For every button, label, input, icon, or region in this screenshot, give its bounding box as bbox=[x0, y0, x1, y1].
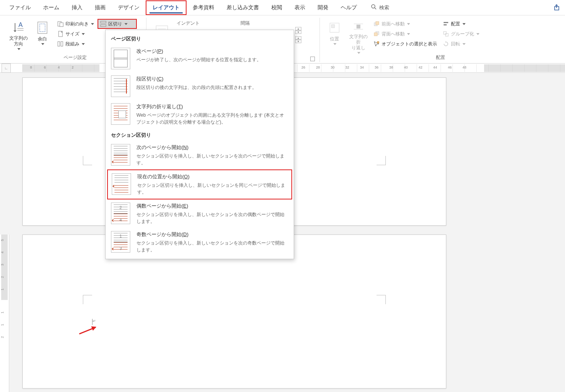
send-backward-icon bbox=[373, 30, 380, 37]
arrange-label: 配置 bbox=[324, 53, 557, 62]
breaks-button[interactable]: 区切り bbox=[98, 19, 136, 28]
indent-label: インデント bbox=[177, 20, 200, 27]
margins-icon bbox=[35, 21, 49, 35]
tab-mailings[interactable]: 差し込み文書 bbox=[220, 1, 265, 14]
menu-section-next-page[interactable]: 次のページから開始(N) セクション区切りを挿入し、新しいセクションを次のページ… bbox=[106, 141, 294, 169]
spacing-after-up[interactable]: ▲ bbox=[295, 36, 301, 40]
spacing-before-down[interactable]: ▼ bbox=[295, 30, 301, 34]
bring-forward-icon bbox=[373, 20, 380, 27]
tab-view[interactable]: 表示 bbox=[288, 1, 311, 14]
menu-section-even-page[interactable]: 2 4 偶数ページから開始(E) セクション区切りを挿入し、新しいセクションを次… bbox=[106, 199, 294, 228]
section-odd-page-icon: 1 3 bbox=[111, 231, 130, 253]
text-direction-icon: A bbox=[12, 21, 25, 34]
tab-insert[interactable]: 挿入 bbox=[66, 1, 89, 14]
tab-review[interactable]: 校閲 bbox=[265, 1, 288, 14]
text-wrap-break-icon bbox=[111, 103, 130, 125]
margin-marker bbox=[83, 156, 92, 165]
selection-pane-button[interactable]: オブジェクトの選択と表示 bbox=[372, 39, 439, 49]
arrange-group: 位置 文字列の折 り返し 前面へ移動 bbox=[320, 18, 561, 62]
chevron-down-icon bbox=[124, 23, 128, 25]
menu-page-break[interactable]: 改ページ(P) ページが終了し、次のページが開始する位置を指定します。 bbox=[106, 45, 294, 72]
align-button[interactable]: 配置 bbox=[441, 19, 481, 28]
breaks-icon bbox=[100, 20, 107, 27]
svg-text:A: A bbox=[18, 22, 23, 28]
svg-rect-13 bbox=[61, 42, 63, 46]
bring-forward-button[interactable]: 前面へ移動 bbox=[372, 19, 439, 28]
svg-rect-12 bbox=[58, 42, 60, 46]
margins-button[interactable]: 余白 bbox=[32, 19, 53, 50]
tab-developer[interactable]: 開発 bbox=[311, 1, 335, 14]
columns-button[interactable]: 段組み bbox=[55, 39, 96, 49]
section-even-page-icon: 2 4 bbox=[111, 203, 130, 224]
svg-rect-15 bbox=[101, 25, 106, 27]
tab-design[interactable]: デザイン bbox=[112, 1, 146, 14]
section-continuous-icon bbox=[112, 173, 131, 195]
dialog-launcher-icon[interactable] bbox=[310, 57, 315, 61]
page-breaks-header: ページ区切り bbox=[106, 32, 294, 45]
menu-section-odd-page[interactable]: 1 3 奇数ページから開始(D) セクション区切りを挿入し、新しいセクションを次… bbox=[106, 228, 294, 256]
share-icon[interactable] bbox=[553, 4, 561, 12]
rotate-icon bbox=[442, 40, 449, 47]
tab-file[interactable]: ファイル bbox=[3, 1, 37, 14]
section-next-page-icon bbox=[111, 144, 130, 166]
chevron-down-icon bbox=[82, 43, 85, 45]
group-icon bbox=[442, 30, 449, 37]
vertical-ruler[interactable]: 5 4 3 2 1 1 1 2 bbox=[0, 235, 9, 392]
chevron-down-icon bbox=[41, 43, 44, 45]
spacing-after-down[interactable]: ▼ bbox=[295, 40, 301, 43]
margin-marker bbox=[377, 295, 386, 304]
chevron-down-icon bbox=[17, 48, 20, 50]
send-backward-button[interactable]: 背面へ移動 bbox=[372, 29, 439, 39]
orientation-button[interactable]: 印刷の向き bbox=[55, 19, 96, 28]
wrap-button: 文字列の折 り返し bbox=[348, 19, 369, 50]
size-button[interactable]: サイズ bbox=[55, 29, 96, 39]
svg-rect-14 bbox=[101, 21, 106, 23]
position-icon bbox=[328, 21, 341, 35]
tab-references[interactable]: 参考資料 bbox=[187, 1, 220, 14]
rotate-button[interactable]: 回転 bbox=[441, 39, 481, 49]
column-break-icon bbox=[111, 75, 130, 97]
tab-layout[interactable]: レイアウト bbox=[146, 0, 187, 15]
svg-rect-32 bbox=[444, 32, 446, 34]
svg-rect-29 bbox=[377, 42, 379, 43]
search-icon bbox=[371, 4, 377, 11]
align-icon bbox=[442, 20, 449, 27]
menu-text-wrapping-break[interactable]: 文字列の折り返し(T) Web ページのオブジェクトの周囲にある文字列を分離しま… bbox=[106, 100, 294, 129]
text-direction-button[interactable]: A 文字列の 方向 bbox=[8, 19, 29, 50]
ruler-corner-icon: ∟ bbox=[2, 64, 11, 73]
margin-marker bbox=[377, 156, 386, 165]
svg-rect-10 bbox=[60, 23, 63, 27]
svg-rect-30 bbox=[444, 22, 448, 23]
spacing-before-up[interactable]: ▲ bbox=[295, 27, 301, 30]
chevron-down-icon bbox=[91, 23, 94, 25]
menu-section-continuous[interactable]: 現在の位置から開始(O) セクション区切りを挿入し、新しいセクションを同じページ… bbox=[107, 169, 292, 199]
tab-draw[interactable]: 描画 bbox=[89, 1, 112, 14]
svg-rect-28 bbox=[374, 33, 377, 36]
orientation-icon bbox=[57, 20, 64, 27]
svg-rect-22 bbox=[356, 25, 360, 28]
section-breaks-header: セクション区切り bbox=[106, 129, 294, 141]
selection-pane-icon bbox=[373, 40, 380, 47]
wrap-icon bbox=[351, 21, 365, 32]
tab-help[interactable]: ヘルプ bbox=[335, 1, 363, 14]
search-box[interactable]: 検索 bbox=[371, 4, 389, 11]
margin-marker bbox=[83, 295, 92, 304]
svg-line-1 bbox=[375, 8, 376, 9]
size-icon bbox=[57, 30, 64, 37]
text-cursor: ↵ bbox=[92, 319, 96, 325]
svg-point-0 bbox=[372, 5, 375, 8]
spacing-label: 間隔 bbox=[240, 20, 250, 27]
tab-home[interactable]: ホーム bbox=[37, 1, 66, 14]
position-button: 位置 bbox=[324, 19, 345, 50]
svg-rect-26 bbox=[376, 22, 379, 25]
group-button[interactable]: グループ化 bbox=[441, 29, 481, 39]
menu-column-break[interactable]: 段区切り(C) 段区切りの後の文字列は、次の段の先頭に配置されます。 bbox=[106, 72, 294, 100]
chevron-down-icon bbox=[82, 33, 85, 35]
breaks-dropdown: ページ区切り 改ページ(P) ページが終了し、次のページが開始する位置を指定しま… bbox=[105, 30, 294, 259]
ribbon-tabs: ファイル ホーム 挿入 描画 デザイン レイアウト 参考資料 差し込み文書 校閲… bbox=[0, 0, 565, 15]
svg-rect-21 bbox=[331, 25, 335, 28]
page-break-icon bbox=[111, 48, 130, 69]
svg-rect-31 bbox=[444, 24, 447, 25]
columns-icon bbox=[57, 40, 64, 47]
svg-rect-33 bbox=[446, 34, 448, 36]
